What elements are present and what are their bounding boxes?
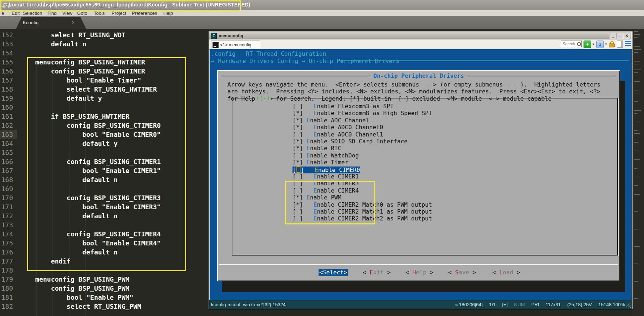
menu-item[interactable]: [*] Enable Timer [292,159,348,166]
conemu-window: E menuconfig _ □ ✕ <1> menuconfig + ▼ 1 … [209,31,633,309]
dialog-title: On-chip Peripheral Drivers [370,72,467,79]
search-icon [577,42,581,46]
conemu-title-bar[interactable]: E menuconfig _ □ ✕ [209,32,631,40]
status-field: [+] [502,302,508,307]
split-panel-icon[interactable] [617,41,623,48]
menu-item[interactable]: [ ] Enable Flexcomm3 as SPI [292,103,393,110]
code-line: select RT_USING_PWM [20,302,141,311]
menu-item-goto[interactable]: Goto [77,10,87,16]
line-number: 179 [0,275,13,284]
conemu-icon: E [211,33,217,39]
menu-item[interactable]: [ ] Enable WatchDog [292,152,359,159]
line-number: 173 [0,220,13,229]
line-number: 153 [0,39,13,49]
minimap-mark [634,130,637,131]
menu-item[interactable]: [*] Enable ADC0 Channel0 [292,124,383,131]
chevron-down-icon[interactable]: ▼ [592,43,595,46]
line-number: 174 [0,229,13,239]
maximize-button[interactable]: □ [616,33,623,39]
minimap-mark [634,110,641,111]
code-line: select RT_USING_WDT [20,30,126,39]
new-console-button[interactable]: + [584,41,591,48]
minimap-mark [634,31,638,32]
lock-icon[interactable] [609,43,615,47]
menu-list-rows: [ ] Enable Flexcomm3 as SPI[*] Enable Fl… [232,103,617,255]
line-number: 165 [0,148,13,157]
menu-item[interactable]: [ ] Enable ADC0 Channel1 [292,131,383,138]
minimap-mark [634,90,637,90]
sublime-tab-strip [0,16,644,29]
minimap-mark [634,49,641,50]
code-line: default n [20,39,86,49]
help-text: are hotkeys. Pressing <Y> includes, <N> … [227,88,601,95]
conemu-status-bar: kconfig-mconf_win7.exe*[32]:15324 « 1802… [209,300,632,309]
minimap-mark [634,264,637,264]
scroll-up-indicator: ↑(-) [255,95,271,102]
menu-item[interactable]: [*] Enable Flexcomm8 as High Speed SPI [292,110,432,117]
status-field: (25,18) 25V [567,302,592,307]
dialog-title-row: On-chip Peripheral Drivers [221,72,616,79]
minimap-mark [634,37,637,38]
minimap-mark [634,185,638,186]
minimap-mark [634,151,637,151]
minimap-mark [634,113,637,114]
line-number: 155 [0,58,13,67]
line-number: 164 [0,139,13,148]
line-number: 168 [0,175,13,184]
close-icon[interactable]: × [72,20,75,25]
line-number: 182 [0,302,13,311]
menu-item-selected[interactable]: [] Enable CIMER0 [292,166,360,173]
console-switch-button[interactable]: 1 [596,41,604,48]
close-button[interactable]: ✕ [623,33,630,39]
minimap-mark [634,246,640,247]
line-number: 181 [0,293,13,302]
minimap-mark [634,168,637,169]
menu-item-view[interactable]: View [62,10,72,16]
minimap-mark [634,142,638,143]
conemu-tab-bar: <1> menuconfig + ▼ 1 ▼ [209,39,631,50]
menu-item-e[interactable]: e [1,10,4,16]
minimap-mark [634,93,640,93]
menu-item-selection[interactable]: Selection [23,10,42,16]
line-number: 172 [0,211,13,220]
line-number: 159 [0,94,13,103]
load-button[interactable]: < Load > [492,269,520,276]
minimap-mark [634,298,637,299]
line-number: 166 [0,157,13,166]
select-button[interactable]: <Select> [319,269,348,276]
minimap-mark [634,34,640,35]
conemu-tab[interactable]: <1> menuconfig [211,41,260,50]
minimap[interactable] [632,29,644,316]
line-number: 171 [0,202,13,211]
line-number: 156 [0,67,13,76]
menu-item-find[interactable]: Find [47,10,56,16]
save-button[interactable]: < Save > [448,269,476,276]
minimap-mark [634,72,638,73]
kconfig-header: .config - RT-Thread Configuration [211,50,326,57]
minimap-mark [634,64,637,64]
line-number: 163 [0,130,13,139]
help-button[interactable]: < Help > [405,269,433,276]
menu-item-help[interactable]: Help [163,10,173,16]
line-number: 175 [0,239,13,248]
line-number: 178 [0,266,13,275]
menu-icon[interactable] [625,41,631,47]
menu-item[interactable]: [*] Enable RTC [292,145,341,152]
minimap-mark [634,133,640,134]
minimap-mark [634,194,640,195]
menu-item[interactable]: [*] Enable SDIO SD Card Interface [292,138,408,145]
menu-item-tools[interactable]: Tools [94,10,105,16]
minimize-button[interactable]: _ [610,33,616,39]
line-number: 169 [0,184,13,193]
line-number: 170 [0,193,13,202]
resize-grip-icon[interactable] [626,303,631,308]
line-number: 160 [0,103,13,112]
status-field: « 180206[64] [455,302,483,307]
exit-button[interactable]: < Exit > [363,269,391,276]
menu-item-edit[interactable]: Edit [12,10,20,16]
menu-item-preferences[interactable]: Preferences [132,10,157,16]
chevron-down-icon[interactable]: ▼ [605,43,607,46]
menu-item-project[interactable]: Project [111,10,126,16]
menu-item[interactable]: [ ] Enable CIMER1 [292,173,359,180]
menu-item[interactable]: [*] Enable ADC Channel [292,117,369,124]
